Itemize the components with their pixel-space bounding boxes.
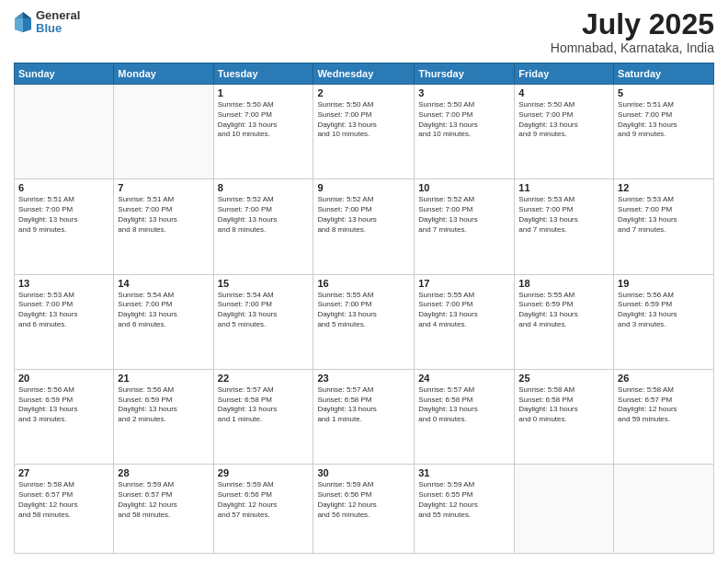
calendar-cell	[614, 465, 714, 554]
calendar-cell: 12Sunrise: 5:53 AM Sunset: 7:00 PM Dayli…	[614, 179, 714, 274]
day-header-thursday: Thursday	[415, 63, 515, 85]
calendar-cell: 22Sunrise: 5:57 AM Sunset: 6:58 PM Dayli…	[213, 369, 313, 464]
cell-details: Sunrise: 5:51 AM Sunset: 7:00 PM Dayligh…	[18, 195, 109, 235]
cell-details: Sunrise: 5:50 AM Sunset: 7:00 PM Dayligh…	[218, 100, 310, 140]
day-header-sunday: Sunday	[15, 63, 114, 85]
day-number: 1	[218, 87, 310, 98]
day-number: 24	[418, 373, 510, 384]
calendar-cell: 5Sunrise: 5:51 AM Sunset: 7:00 PM Daylig…	[614, 85, 714, 179]
calendar-cell: 11Sunrise: 5:53 AM Sunset: 7:00 PM Dayli…	[515, 179, 614, 274]
day-number: 3	[418, 87, 510, 98]
cell-details: Sunrise: 5:59 AM Sunset: 6:56 PM Dayligh…	[218, 480, 310, 520]
cell-details: Sunrise: 5:54 AM Sunset: 7:00 PM Dayligh…	[118, 291, 209, 330]
calendar-cell: 26Sunrise: 5:58 AM Sunset: 6:57 PM Dayli…	[614, 369, 714, 464]
day-header-friday: Friday	[515, 63, 614, 85]
day-number: 13	[18, 278, 109, 289]
cell-details: Sunrise: 5:56 AM Sunset: 6:59 PM Dayligh…	[18, 385, 109, 425]
cell-details: Sunrise: 5:56 AM Sunset: 6:59 PM Dayligh…	[618, 291, 710, 330]
calendar-cell: 29Sunrise: 5:59 AM Sunset: 6:56 PM Dayli…	[213, 465, 313, 554]
calendar-cell: 4Sunrise: 5:50 AM Sunset: 7:00 PM Daylig…	[515, 85, 614, 179]
logo-line2: Blue	[36, 22, 80, 35]
cell-details: Sunrise: 5:56 AM Sunset: 6:59 PM Dayligh…	[118, 385, 209, 425]
cell-details: Sunrise: 5:59 AM Sunset: 6:57 PM Dayligh…	[118, 480, 209, 520]
calendar-cell	[15, 85, 114, 179]
cell-details: Sunrise: 5:58 AM Sunset: 6:57 PM Dayligh…	[618, 385, 710, 425]
logo: General Blue	[14, 9, 80, 36]
logo-line1: General	[36, 9, 80, 22]
cell-details: Sunrise: 5:52 AM Sunset: 7:00 PM Dayligh…	[317, 195, 410, 235]
day-header-tuesday: Tuesday	[213, 63, 313, 85]
cell-details: Sunrise: 5:50 AM Sunset: 7:00 PM Dayligh…	[418, 100, 510, 140]
calendar-cell: 8Sunrise: 5:52 AM Sunset: 7:00 PM Daylig…	[213, 179, 313, 274]
cell-details: Sunrise: 5:58 AM Sunset: 6:57 PM Dayligh…	[18, 480, 109, 520]
day-number: 5	[618, 87, 710, 98]
cell-details: Sunrise: 5:50 AM Sunset: 7:00 PM Dayligh…	[317, 100, 410, 140]
day-number: 17	[418, 278, 510, 289]
cell-details: Sunrise: 5:53 AM Sunset: 7:00 PM Dayligh…	[18, 291, 109, 330]
cell-details: Sunrise: 5:51 AM Sunset: 7:00 PM Dayligh…	[118, 195, 209, 235]
cell-details: Sunrise: 5:57 AM Sunset: 6:58 PM Dayligh…	[418, 385, 510, 425]
calendar-cell: 9Sunrise: 5:52 AM Sunset: 7:00 PM Daylig…	[313, 179, 415, 274]
cell-details: Sunrise: 5:57 AM Sunset: 6:58 PM Dayligh…	[317, 385, 410, 425]
day-number: 9	[317, 182, 410, 193]
calendar-cell: 14Sunrise: 5:54 AM Sunset: 7:00 PM Dayli…	[114, 274, 213, 369]
calendar-cell: 21Sunrise: 5:56 AM Sunset: 6:59 PM Dayli…	[114, 369, 213, 464]
logo-icon	[14, 11, 32, 33]
header: General Blue July 2025 Homnabad, Karnata…	[14, 9, 714, 55]
calendar-week-row: 27Sunrise: 5:58 AM Sunset: 6:57 PM Dayli…	[15, 465, 714, 554]
cell-details: Sunrise: 5:53 AM Sunset: 7:00 PM Dayligh…	[518, 195, 609, 235]
day-number: 16	[317, 278, 410, 289]
cell-details: Sunrise: 5:50 AM Sunset: 7:00 PM Dayligh…	[518, 100, 609, 140]
cell-details: Sunrise: 5:58 AM Sunset: 6:58 PM Dayligh…	[518, 385, 609, 425]
day-number: 31	[418, 467, 510, 478]
calendar-cell: 10Sunrise: 5:52 AM Sunset: 7:00 PM Dayli…	[415, 179, 515, 274]
calendar-cell: 18Sunrise: 5:55 AM Sunset: 6:59 PM Dayli…	[515, 274, 614, 369]
svg-marker-1	[23, 12, 31, 18]
calendar-cell: 23Sunrise: 5:57 AM Sunset: 6:58 PM Dayli…	[313, 369, 415, 464]
day-number: 14	[118, 278, 209, 289]
title-block: July 2025 Homnabad, Karnataka, India	[551, 9, 714, 55]
day-number: 12	[618, 182, 710, 193]
calendar-table: SundayMondayTuesdayWednesdayThursdayFrid…	[14, 63, 714, 554]
day-number: 4	[518, 87, 609, 98]
cell-details: Sunrise: 5:54 AM Sunset: 7:00 PM Dayligh…	[218, 291, 310, 330]
day-number: 30	[317, 467, 410, 478]
day-number: 2	[317, 87, 410, 98]
day-number: 25	[518, 373, 609, 384]
svg-marker-3	[15, 18, 23, 32]
day-number: 26	[618, 373, 710, 384]
location-title: Homnabad, Karnataka, India	[551, 40, 714, 55]
calendar-cell: 7Sunrise: 5:51 AM Sunset: 7:00 PM Daylig…	[114, 179, 213, 274]
cell-details: Sunrise: 5:55 AM Sunset: 7:00 PM Dayligh…	[317, 291, 410, 330]
day-number: 11	[518, 182, 609, 193]
svg-marker-2	[23, 18, 31, 32]
day-number: 10	[418, 182, 510, 193]
day-number: 7	[118, 182, 209, 193]
calendar-cell: 16Sunrise: 5:55 AM Sunset: 7:00 PM Dayli…	[313, 274, 415, 369]
logo-text: General Blue	[36, 9, 80, 36]
calendar-header-row: SundayMondayTuesdayWednesdayThursdayFrid…	[15, 63, 714, 85]
cell-details: Sunrise: 5:52 AM Sunset: 7:00 PM Dayligh…	[218, 195, 310, 235]
calendar-cell: 24Sunrise: 5:57 AM Sunset: 6:58 PM Dayli…	[415, 369, 515, 464]
calendar-cell: 13Sunrise: 5:53 AM Sunset: 7:00 PM Dayli…	[15, 274, 114, 369]
calendar-cell: 17Sunrise: 5:55 AM Sunset: 7:00 PM Dayli…	[415, 274, 515, 369]
day-number: 18	[518, 278, 609, 289]
calendar-cell: 19Sunrise: 5:56 AM Sunset: 6:59 PM Dayli…	[614, 274, 714, 369]
day-number: 20	[18, 373, 109, 384]
calendar-cell: 2Sunrise: 5:50 AM Sunset: 7:00 PM Daylig…	[313, 85, 415, 179]
day-number: 27	[18, 467, 109, 478]
calendar-cell: 27Sunrise: 5:58 AM Sunset: 6:57 PM Dayli…	[15, 465, 114, 554]
calendar-week-row: 13Sunrise: 5:53 AM Sunset: 7:00 PM Dayli…	[15, 274, 714, 369]
day-number: 6	[18, 182, 109, 193]
calendar-cell: 28Sunrise: 5:59 AM Sunset: 6:57 PM Dayli…	[114, 465, 213, 554]
calendar-cell: 31Sunrise: 5:59 AM Sunset: 6:55 PM Dayli…	[415, 465, 515, 554]
calendar-cell: 1Sunrise: 5:50 AM Sunset: 7:00 PM Daylig…	[213, 85, 313, 179]
cell-details: Sunrise: 5:52 AM Sunset: 7:00 PM Dayligh…	[418, 195, 510, 235]
calendar-cell	[515, 465, 614, 554]
day-number: 15	[218, 278, 310, 289]
calendar-cell: 30Sunrise: 5:59 AM Sunset: 6:56 PM Dayli…	[313, 465, 415, 554]
day-header-monday: Monday	[114, 63, 213, 85]
cell-details: Sunrise: 5:59 AM Sunset: 6:56 PM Dayligh…	[317, 480, 410, 520]
day-number: 8	[218, 182, 310, 193]
calendar-cell: 6Sunrise: 5:51 AM Sunset: 7:00 PM Daylig…	[15, 179, 114, 274]
